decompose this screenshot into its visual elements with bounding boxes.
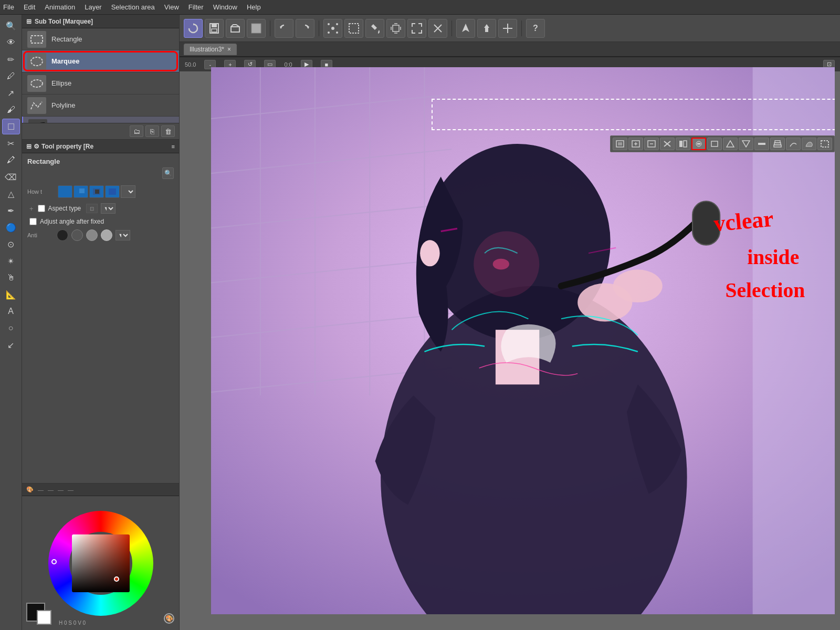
tool-operate[interactable]: 🖱 [2, 270, 20, 286]
how-btn-sub[interactable] [89, 185, 104, 198]
subtool-delete-btn[interactable]: 🗑 [161, 125, 175, 137]
tab-illustration3[interactable]: Illustration3* × [184, 44, 237, 55]
canvas-area[interactable]: vclear inside Selection [180, 57, 840, 630]
tool-ruler[interactable]: 📐 [2, 287, 20, 302]
tool-move[interactable]: ↙ [2, 337, 20, 353]
anti-btn-black[interactable] [57, 229, 68, 241]
subtool-rectangle[interactable]: Rectangle [22, 28, 179, 50]
tool-zoom[interactable]: 🔍 [2, 18, 20, 34]
cmd-zoom-out[interactable] [428, 19, 447, 38]
cmd-lasso[interactable] [386, 19, 405, 38]
tool-cursor[interactable]: ↗ [2, 85, 20, 101]
cmd-zoom-in[interactable] [407, 19, 426, 38]
svg-point-1 [31, 57, 43, 66]
cmd-fill[interactable] [247, 19, 266, 38]
color-wheel[interactable] [48, 511, 153, 616]
anti-btn-lgray[interactable] [101, 229, 112, 241]
menu-edit[interactable]: Edit [24, 3, 35, 11]
svg-rect-7 [95, 190, 99, 194]
subtool-selection-pen[interactable]: Selection pen [22, 117, 179, 123]
sel-layer-btn[interactable] [770, 138, 785, 150]
tool-paint[interactable]: 🖌 [2, 102, 20, 118]
svg-point-21 [328, 32, 330, 34]
subtool-title: Sub Tool [Marquee] [35, 18, 93, 25]
tool-figure[interactable]: 🔵 [2, 219, 20, 235]
angle-checkbox[interactable] [29, 218, 37, 225]
sel-expand2-btn[interactable] [723, 138, 738, 150]
menu-help[interactable]: Help [247, 3, 261, 11]
cmd-cursor-up[interactable] [456, 19, 475, 38]
cmd-transform[interactable] [323, 19, 342, 38]
sel-stroke-btn[interactable] [817, 138, 832, 150]
menu-view[interactable]: View [164, 3, 179, 11]
tp-search-btn[interactable]: 🔍 [162, 167, 174, 179]
aspect-checkbox[interactable] [38, 205, 45, 212]
cmd-undo[interactable] [275, 19, 293, 38]
cmd-select-all[interactable] [344, 19, 363, 38]
menu-filter[interactable]: Filter [188, 3, 204, 11]
sel-shrink-btn[interactable] [644, 138, 659, 150]
cmd-redo[interactable] [296, 19, 314, 38]
how-btn-inter[interactable] [105, 185, 120, 198]
color-extra-icon[interactable]: 🎨 [163, 613, 175, 626]
sel-transform-btn[interactable] [613, 138, 627, 150]
menu-animation[interactable]: Animation [45, 3, 75, 11]
tp-menu-btn[interactable]: ≡ [172, 143, 175, 150]
sel-border-btn[interactable] [707, 138, 722, 150]
sel-remove2-btn[interactable] [754, 138, 769, 150]
sel-invert-btn[interactable] [676, 138, 690, 150]
sel-fill-btn[interactable] [802, 138, 816, 150]
cmd-open[interactable] [226, 19, 245, 38]
menu-layer[interactable]: Layer [85, 3, 102, 11]
menu-window[interactable]: Window [213, 3, 237, 11]
tool-frame[interactable]: ⊙ [2, 236, 20, 252]
sel-delete-btn[interactable] [660, 138, 675, 150]
subtool-marquee-row[interactable]: Marquee [22, 50, 179, 72]
subtool-ellipse[interactable]: Ellipse [22, 72, 179, 94]
anti-btn-mgray[interactable] [86, 229, 98, 241]
menu-file[interactable]: File [3, 3, 14, 11]
tool-pen[interactable]: ✏ [2, 51, 20, 67]
cmd-save[interactable] [205, 19, 224, 38]
cmd-cursor-down[interactable] [477, 19, 496, 38]
tool-vector[interactable]: △ [2, 186, 20, 202]
bg-color-box[interactable] [37, 610, 51, 625]
subtool-duplicate-btn[interactable]: ⎘ [145, 125, 159, 137]
sel-draw-btn[interactable] [786, 138, 801, 150]
anti-btn-dgray[interactable] [71, 229, 83, 241]
svg-text:inside: inside [747, 246, 799, 269]
tab-close[interactable]: × [227, 46, 231, 53]
tool-correct[interactable]: ✴ [2, 253, 20, 269]
cmd-paint-bucket[interactable] [365, 19, 384, 38]
color-sep3: — [58, 487, 64, 493]
how-btn-new[interactable] [58, 185, 72, 198]
cmd-rotate[interactable] [184, 19, 203, 38]
tool-brush[interactable]: 🖊 [2, 68, 20, 84]
how-select[interactable]: ▼ [121, 185, 135, 198]
menu-selection-area[interactable]: Selection area [111, 3, 155, 11]
color-square-area [69, 532, 132, 595]
sel-shrink2-btn[interactable] [739, 138, 753, 150]
tool-eraser[interactable]: ✂ [2, 135, 20, 151]
cmd-center[interactable] [498, 19, 517, 38]
tool-text[interactable]: ✒ [2, 203, 20, 218]
tool-select[interactable]: ☐ [2, 119, 20, 134]
sel-clear-inside-btn[interactable] [691, 138, 706, 150]
tool-fill[interactable]: ⌫ [2, 169, 20, 185]
marquee-icon [27, 53, 46, 70]
how-btn-add[interactable] [74, 185, 88, 198]
tool-eye[interactable]: 👁 [2, 35, 20, 50]
anti-select[interactable]: ▼ [116, 230, 130, 240]
svg-marker-24 [462, 24, 469, 32]
zoom-level: 50.0 [185, 61, 196, 68]
tool-balloon[interactable]: ○ [2, 320, 20, 336]
subtool-polyline[interactable]: Polyline [22, 94, 179, 117]
cmd-help[interactable]: ? [526, 19, 545, 38]
tool-text2[interactable]: A [2, 303, 20, 319]
subtool-add-btn[interactable]: 🗂 [130, 125, 143, 137]
tool-gradient[interactable]: 🖍 [2, 152, 20, 168]
sel-expand-btn[interactable] [628, 138, 643, 150]
color-square[interactable] [72, 534, 130, 592]
marquee-label: Marquee [51, 57, 79, 65]
aspect-select[interactable]: ▼ [101, 203, 116, 214]
